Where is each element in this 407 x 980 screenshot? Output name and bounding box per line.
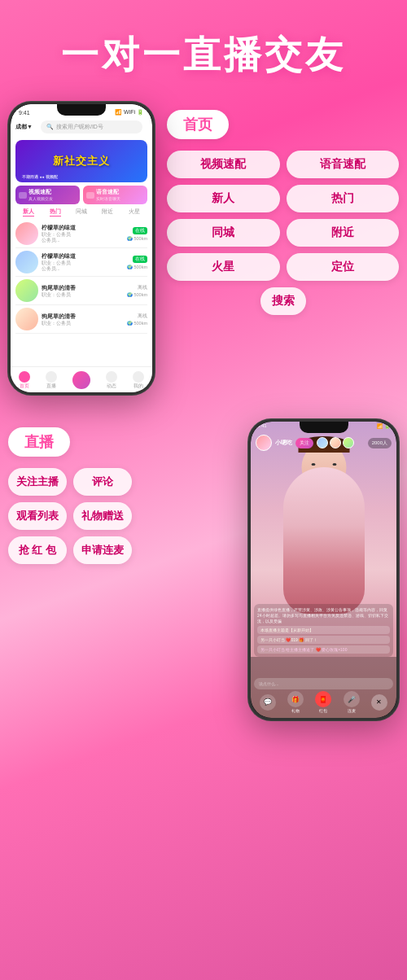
nav-live-label: 直播 — [46, 383, 56, 389]
user-sub-2: 公务员... — [42, 266, 124, 272]
live-features-grid: 关注主播 评论 观看列表 礼物赠送 抢 红 包 申请连麦 — [8, 468, 132, 564]
user-name-2: 柠檬草的味道 — [42, 252, 124, 260]
live-action-gift-btn[interactable]: 🎁 礼物 — [287, 691, 304, 713]
nav-home[interactable]: 首页 — [19, 371, 30, 389]
nav-me-label: 我的 — [133, 383, 143, 389]
phone-user-list: 柠檬草的味道 职业：公务员 公务员... 在线 🌍 500km 柠檬草的味道 职… — [11, 220, 152, 334]
user-name-3: 狗尾草的清香 — [42, 284, 124, 292]
dist-1: 🌍 500km — [127, 236, 147, 241]
live-signal: 📶 🔋 — [377, 423, 390, 429]
live-gift[interactable]: 礼物赠送 — [73, 502, 132, 530]
live-comment[interactable]: 评论 — [73, 468, 132, 496]
live-section-label: 直播 — [8, 427, 70, 457]
live-follow-host[interactable]: 关注主播 — [8, 468, 67, 496]
avatar-4 — [15, 308, 38, 330]
phone-banner-sub: 不期而遇 ●● 视频配 — [22, 174, 58, 179]
tab-hot[interactable]: 热门 — [50, 208, 61, 217]
bottom-live-section: 直播 关注主播 评论 观看列表 礼物赠送 抢 红 包 申请连麦 9:41 📶 🔋… — [0, 411, 407, 745]
user-row-4[interactable]: 狗尾草的清香 职业：公务员 离线 🌍 500km — [15, 305, 147, 334]
phone-quick-btns: 视频速配 真人视频交友 语音速配 实时语音聊天 — [15, 186, 147, 204]
phone-quick-btn-voice[interactable]: 语音速配 实时语音聊天 — [83, 186, 147, 204]
connect-label: 连麦 — [348, 708, 356, 713]
user-row-3[interactable]: 狗尾草的清香 职业：公务员 离线 🌍 500km — [15, 277, 147, 305]
quick-btn2-sub: 实时语音聊天 — [96, 196, 120, 201]
feature-same-city[interactable]: 同城 — [167, 219, 280, 247]
feature-video-match[interactable]: 视频速配 — [167, 151, 280, 178]
user-detail-2: 职业：公务员 — [42, 260, 124, 266]
eye-left — [311, 463, 315, 466]
phone-screen: 9:41 📶 WiFi 🔋 成都▼ 🔍 搜索用户昵称/ID号 新社交主义 不期而… — [11, 104, 152, 392]
nav-center[interactable] — [72, 371, 90, 389]
tab-mars[interactable]: 火星 — [129, 208, 140, 217]
user-name-4: 狗尾草的清香 — [42, 313, 124, 321]
user-detail-3: 职业：公务员 — [42, 292, 124, 298]
phone-search-bar[interactable]: 🔍 搜索用户昵称/ID号 — [41, 120, 142, 133]
voice-icon — [86, 192, 94, 199]
feature-mars[interactable]: 火星 — [167, 253, 280, 281]
live-person-body — [283, 467, 365, 614]
live-chat-placeholder: 说点什么... — [259, 681, 278, 686]
live-action-chat[interactable]: 💬 — [260, 694, 276, 711]
live-action-close-btn[interactable]: ✕ — [371, 694, 387, 711]
user-info-3: 狗尾草的清香 职业：公务员 — [42, 284, 124, 298]
feature-nearby[interactable]: 附近 — [287, 219, 400, 247]
live-bottom-bar: 说点什么... 💬 🎁 礼物 🧧 红包 🎤 — [251, 657, 396, 718]
eye-right — [332, 463, 336, 466]
chat-icon: 💬 — [260, 694, 276, 711]
nav-dynamic-label: 动态 — [107, 383, 116, 389]
features-grid: 视频速配 语音速配 新人 热门 同城 附近 火星 定位 搜索 — [167, 151, 399, 315]
live-red-packet[interactable]: 抢 红 包 — [8, 536, 67, 564]
hero-section: 一对一直播交友 — [0, 0, 407, 94]
dist-3: 🌍 500km — [127, 292, 147, 297]
live-action-connect-btn[interactable]: 🎤 连麦 — [344, 691, 360, 713]
live-connect-mic[interactable]: 申请连麦 — [73, 536, 132, 564]
live-watch-list[interactable]: 观看列表 — [8, 502, 67, 530]
live-chat-input[interactable]: 说点什么... — [254, 678, 393, 689]
feature-location[interactable]: 定位 — [287, 253, 400, 281]
online-badge-1: 在线 — [133, 227, 147, 234]
phone-live-mockup: 9:41 📶 🔋 小嗯吃 关注 2000人 — [248, 419, 399, 720]
live-follow-btn[interactable]: 关注 — [295, 438, 313, 448]
phone-time: 9:41 — [19, 110, 30, 116]
features-right: 首页 视频速配 语音速配 新人 热门 同城 附近 火星 定位 搜索 — [155, 102, 399, 315]
tab-nearby[interactable]: 附近 — [102, 208, 113, 217]
nav-me[interactable]: 我的 — [133, 371, 144, 389]
user-row-2[interactable]: 柠檬草的味道 职业：公务员 公务员... 在线 🌍 500km — [15, 248, 147, 277]
me-icon — [133, 371, 144, 383]
phone-notch — [57, 104, 106, 116]
hero-title: 一对一直播交友 — [16, 33, 391, 77]
live-time: 9:41 — [257, 423, 267, 429]
feature-search[interactable]: 搜索 — [260, 287, 306, 315]
red-packet-icon: 🧧 — [315, 691, 331, 707]
offline-1: 离线 — [138, 285, 147, 291]
quick-btn1-sub: 真人视频交友 — [28, 196, 53, 201]
user-info-4: 狗尾草的清香 职业：公务员 — [42, 313, 124, 326]
nav-dynamic[interactable]: 动态 — [106, 371, 117, 389]
feature-new[interactable]: 新人 — [167, 185, 280, 212]
feature-voice-match[interactable]: 语音速配 — [287, 151, 400, 178]
quick-btn2-label: 语音速配 — [96, 189, 120, 196]
feature-hot[interactable]: 热门 — [287, 185, 400, 212]
live-screen: 9:41 📶 🔋 小嗯吃 关注 2000人 — [251, 422, 396, 718]
tab-same-city[interactable]: 同城 — [76, 208, 87, 217]
live-action-red-packet-btn[interactable]: 🧧 红包 — [315, 691, 331, 713]
nav-live[interactable]: 直播 — [46, 371, 57, 389]
online-badge-2: 在线 — [133, 256, 147, 263]
tab-xin-ren[interactable]: 新人 — [23, 208, 34, 217]
top-phone-section: 9:41 📶 WiFi 🔋 成都▼ 🔍 搜索用户昵称/ID号 新社交主义 不期而… — [0, 94, 407, 411]
gift-icon: 🎁 — [287, 691, 304, 707]
viewer-avatar-3 — [343, 437, 354, 448]
viewer-avatar-1 — [317, 437, 328, 448]
home-section-label: 首页 — [167, 110, 229, 139]
phone-signal: 📶 WiFi 🔋 — [115, 109, 144, 116]
live-bottom-actions: 💬 🎁 礼物 🧧 红包 🎤 连麦 ✕ — [254, 691, 393, 715]
live-host-name: 小嗯吃 — [275, 439, 292, 447]
user-row-1[interactable]: 柠檬草的味道 职业：公务员 公务员... 在线 🌍 500km — [15, 220, 147, 248]
dist-4: 🌍 500km — [127, 321, 147, 326]
live-small-avatars — [317, 437, 354, 448]
avatar-1 — [15, 222, 38, 245]
phone-location[interactable]: 成都▼ — [15, 123, 33, 131]
connect-icon: 🎤 — [344, 691, 360, 707]
red-packet-label: 红包 — [319, 708, 327, 713]
phone-quick-btn-video[interactable]: 视频速配 真人视频交友 — [15, 186, 80, 204]
